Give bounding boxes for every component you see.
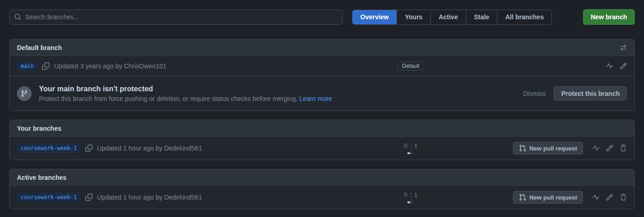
active-branches-header: Active branches xyxy=(10,169,634,186)
search-branches-input[interactable] xyxy=(25,13,338,21)
new-pull-request-button[interactable]: New pull request xyxy=(513,191,583,204)
branch-row-coursework-week-1: coursework-week-1 Updated 1 hour ago by … xyxy=(10,186,634,209)
copy-branch-name-icon[interactable] xyxy=(85,194,93,201)
ahead-count: 1 xyxy=(411,191,421,199)
default-badge: Default xyxy=(397,61,424,71)
learn-more-link[interactable]: Learn more xyxy=(299,95,332,102)
dismiss-link[interactable]: Dismiss xyxy=(523,90,545,97)
branch-row-main: main Updated 3 years ago by ChrisOwen101… xyxy=(10,56,634,76)
branch-activity-icon[interactable] xyxy=(592,194,600,201)
branch-protection-banner: Your main branch isn't protected Protect… xyxy=(10,76,634,111)
behind-meter-bar xyxy=(407,152,410,154)
section-title: Your branches xyxy=(17,125,61,132)
branch-updated-info: Updated 1 hour ago by Dedekind561 xyxy=(97,145,202,152)
branch-activity-icon[interactable] xyxy=(606,62,613,70)
new-branch-button[interactable]: New branch xyxy=(583,9,635,25)
tab-active[interactable]: Active xyxy=(430,10,466,24)
default-branch-header: Default branch xyxy=(10,39,634,56)
git-pull-request-icon xyxy=(519,145,526,152)
ahead-behind-counter[interactable]: 0 1 xyxy=(401,191,420,203)
branch-updated-info: Updated 1 hour ago by Dedekind561 xyxy=(97,194,202,201)
ahead-count: 1 xyxy=(411,142,421,150)
copy-branch-name-icon[interactable] xyxy=(85,145,93,152)
git-branch-avatar xyxy=(17,86,32,101)
branch-link-main[interactable]: main xyxy=(17,61,38,71)
compare-branches-icon[interactable] xyxy=(620,44,627,51)
branch-row-coursework-week-1: coursework-week-1 Updated 1 hour ago by … xyxy=(10,137,634,160)
branch-link-coursework-week-1[interactable]: coursework-week-1 xyxy=(17,193,81,202)
ahead-behind-counter[interactable]: 0 1 xyxy=(401,142,420,154)
tab-all-branches[interactable]: All branches xyxy=(497,10,551,24)
git-branch-icon xyxy=(21,90,28,97)
branches-toolbar: Overview Yours Active Stale All branches… xyxy=(0,0,644,25)
ahead-meter-bar xyxy=(411,201,413,203)
banner-description: Protect this branch from force pushing o… xyxy=(39,95,332,102)
branch-activity-icon[interactable] xyxy=(592,145,600,152)
tab-stale[interactable]: Stale xyxy=(466,10,497,24)
search-branches-box[interactable] xyxy=(9,10,343,25)
active-branches-card: Active branches coursework-week-1 Update… xyxy=(9,169,635,209)
section-title: Default branch xyxy=(17,44,62,51)
banner-title: Your main branch isn't protected xyxy=(39,85,332,93)
rename-branch-icon[interactable] xyxy=(606,194,613,201)
tab-yours[interactable]: Yours xyxy=(396,10,430,24)
behind-count: 0 xyxy=(401,142,410,150)
ahead-meter-bar xyxy=(411,152,413,154)
tab-overview[interactable]: Overview xyxy=(352,10,396,24)
delete-branch-icon[interactable] xyxy=(620,145,627,152)
delete-branch-icon[interactable] xyxy=(620,194,627,201)
branch-updated-info: Updated 3 years ago by ChrisOwen101 xyxy=(54,62,166,70)
search-icon xyxy=(14,13,22,21)
rename-branch-icon[interactable] xyxy=(606,145,613,152)
behind-count: 0 xyxy=(401,191,410,199)
new-pull-request-button[interactable]: New pull request xyxy=(513,142,583,155)
your-branches-header: Your branches xyxy=(10,120,634,137)
behind-meter-bar xyxy=(407,201,410,203)
rename-branch-icon[interactable] xyxy=(620,62,627,70)
default-branch-card: Default branch main Updated 3 years ago … xyxy=(9,39,635,111)
branch-link-coursework-week-1[interactable]: coursework-week-1 xyxy=(17,144,81,153)
section-title: Active branches xyxy=(17,174,66,181)
copy-branch-name-icon[interactable] xyxy=(42,62,50,70)
your-branches-card: Your branches coursework-week-1 Updated … xyxy=(9,120,635,160)
git-pull-request-icon xyxy=(519,194,526,201)
protect-branch-button[interactable]: Protect this branch xyxy=(554,86,627,100)
branch-filter-tabs: Overview Yours Active Stale All branches xyxy=(352,10,552,25)
